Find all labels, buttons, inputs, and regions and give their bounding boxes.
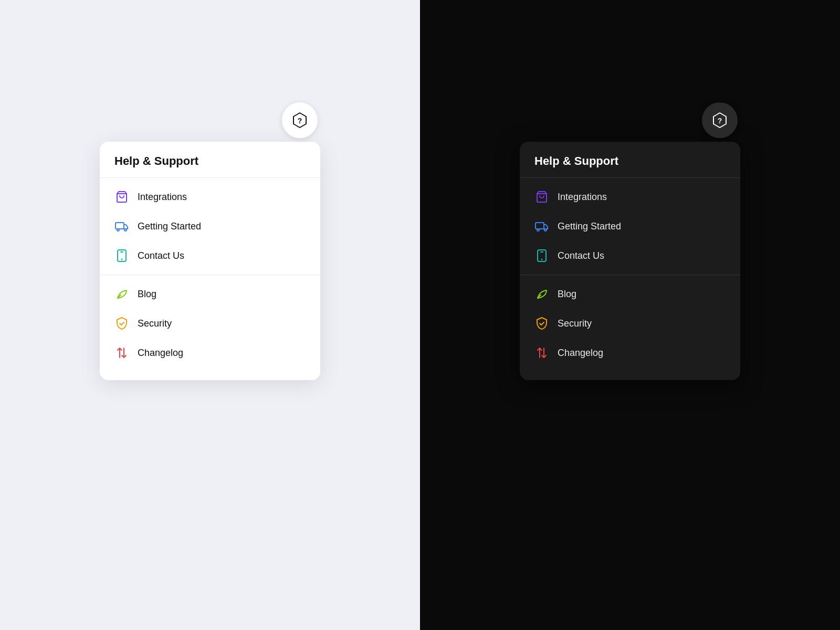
menu-item-security-dark[interactable]: Security [520, 309, 740, 338]
help-trigger-button-light[interactable]: ? [282, 102, 318, 138]
arrows-icon-dark [534, 345, 549, 360]
dark-panel: ? Help & Support Integrations [420, 0, 840, 630]
menu-item-getting-started-dark[interactable]: Getting Started [520, 212, 740, 241]
menu-item-integrations-dark[interactable]: Integrations [520, 182, 740, 212]
svg-point-12 [544, 229, 547, 231]
cart-icon-dark [534, 190, 549, 204]
top-divider-dark [520, 177, 740, 178]
top-divider-light [100, 177, 320, 178]
leaf-icon-dark [534, 287, 549, 301]
menu-label-security-light: Security [138, 318, 172, 329]
menu-label-contact-us-light: Contact Us [138, 250, 184, 261]
menu-item-contact-us-dark[interactable]: Contact Us [520, 241, 740, 270]
help-hexagon-icon-dark: ? [711, 112, 728, 129]
help-dropdown-light: Help & Support Integrations [100, 142, 320, 380]
menu-item-blog-light[interactable]: Blog [100, 279, 320, 309]
svg-point-11 [537, 229, 539, 231]
svg-rect-10 [536, 223, 544, 229]
menu-item-changelog-dark[interactable]: Changelog [520, 338, 740, 368]
svg-point-3 [117, 229, 119, 231]
menu-label-security-dark: Security [558, 318, 592, 329]
menu-label-integrations-light: Integrations [138, 192, 187, 203]
svg-text:?: ? [718, 117, 722, 125]
svg-point-4 [124, 229, 127, 231]
svg-rect-2 [116, 223, 124, 229]
menu-label-getting-started-dark: Getting Started [558, 221, 621, 232]
help-hexagon-icon-light: ? [291, 112, 308, 129]
menu-label-changelog-dark: Changelog [558, 348, 603, 359]
section-divider-dark [520, 275, 740, 275]
menu-item-changelog-light[interactable]: Changelog [100, 338, 320, 368]
leaf-icon-light [114, 287, 129, 301]
shield-icon-light [114, 316, 129, 331]
menu-label-integrations-dark: Integrations [558, 192, 607, 203]
menu-item-getting-started-light[interactable]: Getting Started [100, 212, 320, 241]
menu-item-blog-dark[interactable]: Blog [520, 279, 740, 309]
svg-point-15 [541, 259, 543, 260]
phone-icon-light [114, 248, 129, 263]
svg-text:?: ? [298, 117, 302, 125]
phone-icon-dark [534, 248, 549, 263]
section-divider-light [100, 275, 320, 275]
menu-label-getting-started-light: Getting Started [138, 221, 201, 232]
help-dropdown-dark: Help & Support Integrations [520, 142, 740, 380]
truck-icon-dark [534, 219, 549, 234]
shield-icon-dark [534, 316, 549, 331]
dropdown-title-light: Help & Support [100, 154, 320, 177]
truck-icon-light [114, 219, 129, 234]
dropdown-title-dark: Help & Support [520, 154, 740, 177]
menu-label-blog-light: Blog [138, 289, 156, 300]
menu-label-contact-us-dark: Contact Us [558, 250, 604, 261]
help-trigger-button-dark[interactable]: ? [702, 102, 738, 138]
light-panel: ? Help & Support Integrations [0, 0, 420, 630]
menu-item-security-light[interactable]: Security [100, 309, 320, 338]
menu-item-integrations-light[interactable]: Integrations [100, 182, 320, 212]
menu-label-changelog-light: Changelog [138, 348, 183, 359]
menu-item-contact-us-light[interactable]: Contact Us [100, 241, 320, 270]
svg-point-7 [121, 259, 123, 260]
cart-icon-light [114, 190, 129, 204]
menu-label-blog-dark: Blog [558, 289, 576, 300]
arrows-icon-light [114, 345, 129, 360]
